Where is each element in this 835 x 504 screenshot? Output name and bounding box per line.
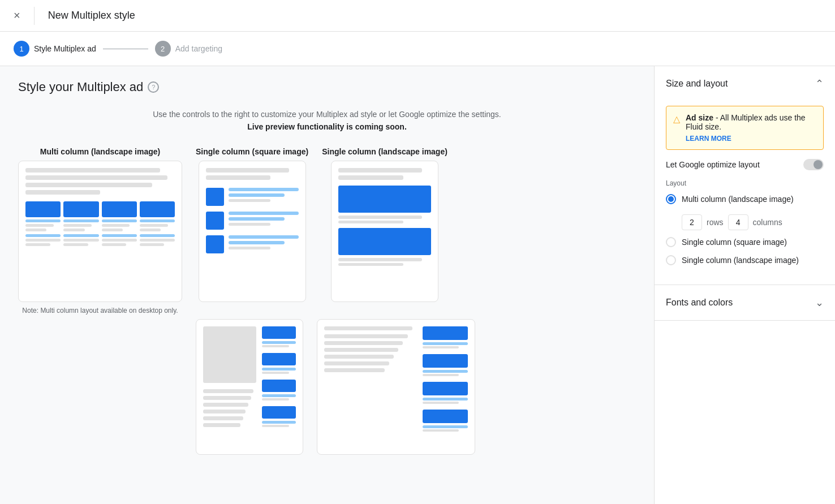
br-ri4-l1 xyxy=(423,425,468,428)
fonts-and-colors-section: Fonts and colors ⌄ xyxy=(655,285,835,321)
header: × New Multiplex style xyxy=(0,0,835,32)
bl-ri3-img xyxy=(262,380,296,392)
mc-cell6-line1 xyxy=(63,234,98,237)
single-landscape-preview-card xyxy=(331,161,438,302)
mc-cell4-line1 xyxy=(140,219,175,222)
close-button[interactable]: × xyxy=(14,9,20,22)
br-l3 xyxy=(324,341,403,345)
bl-ri2-l1 xyxy=(262,368,296,371)
sq-item-3 xyxy=(206,235,299,253)
main-layout: Style your Multiplex ad ? Use the contro… xyxy=(0,66,835,504)
br-ri4-l2 xyxy=(423,429,459,432)
layout-single-square: Single column (square image) xyxy=(196,147,308,315)
radio-multi-col-label: Multi column (landscape image) xyxy=(682,195,794,204)
toggle-knob xyxy=(814,160,823,169)
warning-bold-label: Ad size xyxy=(686,113,713,122)
rows-label: rows xyxy=(707,218,724,227)
br-left-col xyxy=(324,326,417,447)
mc-cell5-line1 xyxy=(25,234,61,237)
mc-cell1-img xyxy=(25,201,61,217)
bottom-left-inner xyxy=(203,326,296,447)
mc-cell1-line3 xyxy=(25,229,46,231)
size-and-layout-content: △ Ad size - All Multiplex ads use the Fl… xyxy=(655,101,835,285)
sq-item1-l2 xyxy=(229,193,285,197)
bl-ri3-l2 xyxy=(262,398,289,400)
ls-item2-l1 xyxy=(338,258,422,261)
br-l4 xyxy=(324,348,398,352)
size-and-layout-header[interactable]: Size and layout ⌃ xyxy=(655,66,835,101)
rows-input[interactable] xyxy=(682,214,702,230)
radio-single-square-circle xyxy=(666,237,676,247)
bl-l4 xyxy=(203,410,246,413)
optimize-toggle-label: Let Google optimize layout xyxy=(666,160,760,169)
br-ri2-l2 xyxy=(423,374,459,376)
mc-cell3-line1 xyxy=(102,219,137,222)
mc-cell-7 xyxy=(102,234,137,246)
single-square-preview-card xyxy=(199,161,306,302)
size-and-layout-section: Size and layout ⌃ △ Ad size - All Multip… xyxy=(655,66,835,285)
instruction-line2: Live preview functionality is coming soo… xyxy=(247,122,407,131)
ls-top-lines xyxy=(338,168,431,180)
mc-cell2-line3 xyxy=(63,229,84,231)
help-icon[interactable]: ? xyxy=(148,81,159,93)
bl-l2 xyxy=(203,396,251,400)
bl-ri1-l2 xyxy=(262,345,289,347)
sq-item-2 xyxy=(206,212,299,230)
mc-line1 xyxy=(25,168,160,173)
bl-l3 xyxy=(203,403,248,407)
mc-top-lines xyxy=(25,168,175,195)
mc-cell-3 xyxy=(102,201,137,231)
single-landscape-label: Single column (landscape image) xyxy=(322,147,447,156)
mc-cell8-line3 xyxy=(140,243,165,246)
mc-line2 xyxy=(25,175,167,180)
radio-multi-col[interactable]: Multi column (landscape image) xyxy=(666,194,824,204)
step-1-circle: 1 xyxy=(14,41,29,57)
sq-item3-l2 xyxy=(229,241,285,244)
mc-cell5-line2 xyxy=(25,239,61,242)
columns-input[interactable] xyxy=(728,214,748,230)
top-layouts-row: Multi column (landscape image) xyxy=(18,147,636,315)
stepper: 1 Style Multiplex ad 2 Add targeting xyxy=(0,32,835,66)
mc-cell2-line2 xyxy=(63,224,92,227)
mc-cell1-line2 xyxy=(25,224,54,227)
mc-cell8-line2 xyxy=(140,239,175,242)
step-1[interactable]: 1 Style Multiplex ad xyxy=(14,41,96,57)
layout-note: Note: Multi column layout available on d… xyxy=(22,307,178,315)
bl-l1 xyxy=(203,389,253,393)
preview-instructions: Use the controls to the right to customi… xyxy=(18,108,636,133)
sq-item3-img xyxy=(206,235,224,253)
br-ri1-l2 xyxy=(423,346,459,348)
bottom-left-preview-card xyxy=(196,319,303,455)
bl-ri3-l1 xyxy=(262,394,296,397)
mc-cell-6 xyxy=(63,234,98,246)
bl-right-col xyxy=(262,326,296,447)
ls-item-2 xyxy=(338,228,431,266)
br-ri2-img xyxy=(423,354,468,368)
br-right-item2 xyxy=(423,354,468,376)
step-1-label: Style Multiplex ad xyxy=(34,44,96,53)
br-right-item3 xyxy=(423,382,468,404)
br-right-col xyxy=(423,326,468,447)
sq-item3-l1 xyxy=(229,235,299,239)
radio-multi-col-circle xyxy=(666,194,676,204)
learn-more-link[interactable]: LEARN MORE xyxy=(686,135,816,143)
radio-single-square[interactable]: Single column (square image) xyxy=(666,237,824,247)
columns-label: columns xyxy=(753,218,782,227)
bl-ri2-l2 xyxy=(262,372,289,374)
instruction-line1: Use the controls to the right to customi… xyxy=(18,108,636,120)
br-l7 xyxy=(324,368,385,372)
ls-item2-l2 xyxy=(338,263,403,266)
ls-item1-l1 xyxy=(338,216,422,219)
mc-cell2-img xyxy=(63,201,98,217)
sq-line1 xyxy=(206,168,290,173)
radio-single-landscape[interactable]: Single column (landscape image) xyxy=(666,255,824,265)
bl-ri4-img xyxy=(262,406,296,419)
radio-single-square-label: Single column (square image) xyxy=(682,238,787,247)
optimize-toggle[interactable] xyxy=(803,159,824,170)
ls-line2 xyxy=(338,175,403,180)
step-2[interactable]: 2 Add targeting xyxy=(155,41,222,57)
ls-item1-l2 xyxy=(338,221,403,223)
bl-right-item1 xyxy=(262,326,296,347)
fonts-and-colors-header[interactable]: Fonts and colors ⌄ xyxy=(655,285,835,320)
mc-grid xyxy=(25,201,175,246)
